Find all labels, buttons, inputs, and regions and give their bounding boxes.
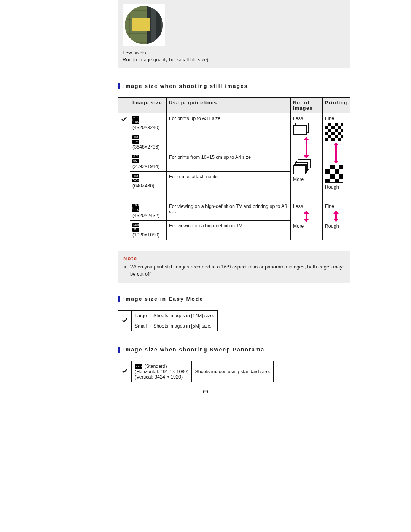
pano-std-badge: STD	[135, 364, 142, 369]
section-heading-panorama: Image size when shooting Sweep Panorama	[118, 347, 350, 353]
no-images-range-1: Less More	[290, 113, 322, 201]
pano-size-cell: STD (Standard) (Horizontal: 4912 × 1080)…	[132, 361, 192, 382]
th-no-images: No. of images	[290, 98, 322, 113]
intro-caption-1: Few pixels	[123, 50, 346, 56]
printing-range-1: Fine Rough	[322, 113, 350, 201]
no-images-range-2: Less More	[290, 201, 322, 240]
th-usage: Usage guidelines	[167, 98, 291, 113]
easy-large-label: Large	[132, 310, 150, 321]
intro-caption-2: Rough image quality but small file size)	[123, 56, 346, 63]
check-default-pano	[118, 361, 132, 382]
usage-hdtv: For viewing on a high-definition TV	[167, 221, 291, 240]
section-heading-still: Image size when shooting still images	[118, 83, 350, 89]
intro-panel: Few pixels Rough image quality but small…	[118, 0, 350, 68]
size-2m: 16:9 2M (1920×1080)	[130, 221, 167, 240]
few-pages-icon	[293, 123, 310, 136]
arrow-vertical-icon	[304, 211, 309, 222]
table-panorama: STD (Standard) (Horizontal: 4912 × 1080)…	[118, 361, 274, 382]
size-10m: 4:3 10M (3648×2736)	[130, 133, 167, 152]
sample-image-frame	[123, 4, 165, 46]
usage-a3plus: For prints up to A3+ size	[167, 113, 291, 152]
rough-checker-icon	[325, 165, 343, 183]
many-pages-icon	[293, 159, 312, 175]
pano-desc: Shoots images using standard size.	[192, 361, 273, 382]
size-vga: 4:3 VGA (640×480)	[130, 172, 167, 201]
easy-small-label: Small	[132, 321, 150, 331]
blank-check-2	[118, 201, 130, 240]
usage-a4: For prints from 10×15 cm up to A4 size	[167, 152, 291, 172]
size-11m: 16:9 11M (4320×2432)	[130, 201, 167, 221]
th-printing: Printing	[322, 98, 350, 113]
check-icon	[121, 317, 128, 324]
note-item: When you print still images recorded at …	[130, 264, 345, 277]
check-default-easy	[118, 310, 132, 331]
easy-large-desc: Shoots images in [14M] size.	[150, 310, 217, 321]
arrow-vertical-icon	[333, 211, 339, 222]
section-heading-easy: Image size in Easy Mode	[118, 296, 350, 302]
table-easy-mode: Large Shoots images in [14M] size. Small…	[118, 310, 218, 331]
page-number: 69	[0, 389, 411, 395]
check-icon	[121, 116, 127, 123]
note-panel: Note When you print still images recorde…	[118, 251, 350, 283]
size-5m: 4:3 5M (2592×1944)	[130, 152, 167, 172]
th-image-size: Image size	[130, 98, 167, 113]
size-14m: 4:3 14M (4320×3240)	[130, 113, 167, 133]
fine-checker-icon	[325, 123, 343, 141]
check-icon	[121, 367, 128, 374]
arrow-vertical-icon	[304, 137, 309, 158]
check-default-1	[118, 113, 130, 201]
arrow-vertical-icon	[333, 142, 339, 164]
usage-email: For e-mail attachments	[167, 172, 291, 201]
table-still-images: Image size Usage guidelines No. of image…	[118, 97, 350, 240]
note-title: Note	[123, 256, 345, 261]
printing-range-2: Fine Rough	[322, 201, 350, 240]
pixelated-sample-icon	[125, 6, 163, 44]
th-blank	[118, 98, 130, 113]
usage-hdtv-a3: For viewing on a high-definition TV and …	[167, 201, 291, 221]
easy-small-desc: Shoots images in [5M] size.	[150, 321, 217, 331]
